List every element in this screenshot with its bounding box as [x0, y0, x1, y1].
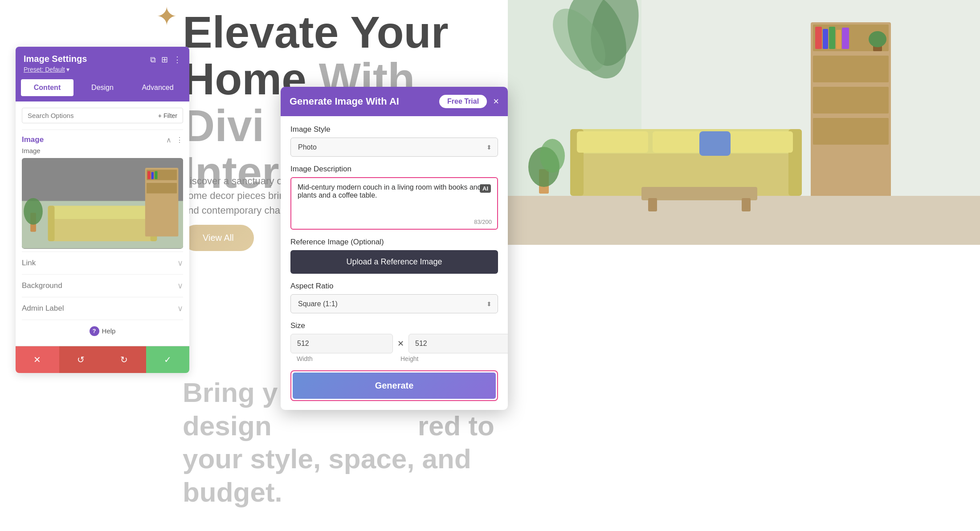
svg-rect-35 [48, 206, 157, 219]
image-style-select[interactable]: Photo [290, 138, 498, 157]
svg-rect-28 [742, 198, 751, 211]
width-label: Width [290, 355, 394, 362]
admin-label-section[interactable]: Admin Label ∨ [22, 297, 183, 320]
panel-icon-more[interactable]: ⋮ [173, 55, 181, 65]
upload-reference-button[interactable]: Upload a Reference Image [290, 250, 498, 274]
size-row: ✕ [290, 334, 498, 353]
image-section-header: Image ∧ ⋮ [22, 130, 183, 147]
image-style-select-wrapper: Photo ⬍ [290, 138, 498, 157]
char-count: 83/200 [474, 219, 492, 225]
svg-rect-13 [836, 30, 841, 49]
size-height-input[interactable] [408, 334, 508, 353]
svg-rect-8 [813, 87, 889, 113]
cancel-button[interactable]: ✕ [16, 346, 59, 373]
hero-image [508, 0, 980, 245]
reference-image-label: Reference Image (Optional) [290, 238, 498, 247]
ai-badge: AI [480, 184, 491, 193]
svg-rect-43 [147, 171, 150, 179]
help-label: Help [102, 327, 116, 335]
image-preview [22, 158, 183, 249]
ai-generate-modal: Generate Image With AI Free Trial × Imag… [281, 87, 508, 410]
height-label: Height [394, 355, 498, 362]
modal-header: Generate Image With AI Free Trial × [281, 87, 508, 116]
tab-content[interactable]: Content [21, 79, 74, 96]
image-style-label: Image Style [290, 125, 498, 134]
generate-button[interactable]: Generate [293, 373, 496, 399]
panel-preset: Preset: Default ▾ [24, 66, 87, 73]
svg-rect-7 [813, 56, 889, 82]
undo-button[interactable]: ↺ [59, 346, 103, 373]
svg-rect-14 [842, 28, 849, 49]
aspect-ratio-label: Aspect Ratio [290, 282, 498, 291]
svg-rect-22 [577, 131, 648, 153]
bottom-line2: designred to [183, 409, 494, 442]
section-collapse-icon[interactable]: ∧ [166, 136, 172, 144]
svg-rect-42 [147, 183, 177, 193]
search-input[interactable] [28, 112, 158, 119]
hero-line1: Elevate Your [183, 7, 449, 57]
panel-header-icons: ⧉ ⊞ ⋮ [150, 55, 181, 65]
filter-button[interactable]: + Filter [158, 112, 177, 119]
size-x-separator: ✕ [397, 339, 404, 349]
svg-rect-11 [823, 29, 828, 49]
panel-header-info: Image Settings Preset: Default ▾ [24, 54, 87, 73]
panel-icon-columns[interactable]: ⊞ [161, 55, 168, 65]
svg-rect-24 [728, 131, 793, 153]
svg-rect-36 [48, 206, 55, 241]
link-section[interactable]: Link ∨ [22, 251, 183, 274]
svg-rect-25 [699, 131, 731, 156]
svg-point-16 [869, 31, 886, 47]
image-subsection-label: Image [22, 147, 183, 154]
description-textarea[interactable]: Mid-century modern couch in a living roo… [291, 178, 497, 227]
search-bar: + Filter [22, 108, 183, 123]
hero-image-inner [508, 0, 980, 245]
view-all-button[interactable]: View All [183, 225, 254, 251]
svg-rect-27 [648, 198, 657, 211]
image-settings-panel: Image Settings Preset: Default ▾ ⧉ ⊞ ⋮ C… [16, 47, 189, 373]
panel-body: + Filter Image ∧ ⋮ Image [16, 101, 189, 346]
link-section-chevron: ∨ [177, 258, 183, 268]
background-section-label: Background [22, 281, 62, 290]
aspect-ratio-select[interactable]: Square (1:1) [290, 294, 498, 313]
modal-close-button[interactable]: × [493, 97, 499, 106]
room-svg [508, 0, 980, 245]
background-section[interactable]: Background ∨ [22, 274, 183, 297]
bottom-line3: your style, space, and budget. [183, 442, 494, 509]
svg-point-39 [24, 198, 43, 225]
background-section-chevron: ∨ [177, 281, 183, 291]
free-trial-badge: Free Trial [439, 95, 487, 108]
confirm-button[interactable]: ✓ [146, 346, 190, 373]
svg-rect-44 [151, 172, 154, 179]
action-bar: ✕ ↺ ↻ ✓ [16, 346, 189, 373]
preview-svg [22, 158, 183, 249]
svg-rect-9 [813, 118, 889, 145]
generate-button-wrapper: Generate [290, 370, 498, 401]
help-icon[interactable]: ? [90, 326, 99, 336]
modal-title: Generate Image With AI [290, 96, 399, 107]
redo-button[interactable]: ↻ [102, 346, 146, 373]
modal-header-right: Free Trial × [439, 95, 499, 108]
tab-advanced[interactable]: Advanced [131, 79, 184, 96]
help-footer: ? Help [22, 320, 183, 340]
size-label: Size [290, 321, 498, 330]
admin-label-section-label: Admin Label [22, 304, 64, 313]
admin-label-chevron: ∨ [177, 304, 183, 313]
aspect-ratio-select-wrapper: Square (1:1) ⬍ [290, 294, 498, 313]
panel-title: Image Settings [24, 54, 87, 64]
star-decoration: ✦ [156, 4, 178, 29]
panel-icon-window[interactable]: ⧉ [150, 55, 156, 65]
section-more-icon[interactable]: ⋮ [176, 136, 183, 144]
size-width-input[interactable] [290, 334, 393, 353]
size-labels: Width Height [290, 355, 498, 362]
svg-rect-45 [155, 171, 157, 179]
panel-tabs: Content Design Advanced [16, 79, 189, 101]
svg-rect-12 [829, 27, 835, 49]
svg-point-31 [540, 139, 565, 173]
description-textarea-wrapper: Mid-century modern couch in a living roo… [290, 177, 498, 230]
svg-rect-26 [641, 187, 757, 200]
description-label: Image Description [290, 165, 498, 174]
tab-design[interactable]: Design [76, 79, 129, 96]
image-section-title: Image [22, 135, 44, 144]
svg-rect-41 [147, 170, 177, 180]
modal-body: Image Style Photo ⬍ Image Description Mi… [281, 116, 508, 410]
